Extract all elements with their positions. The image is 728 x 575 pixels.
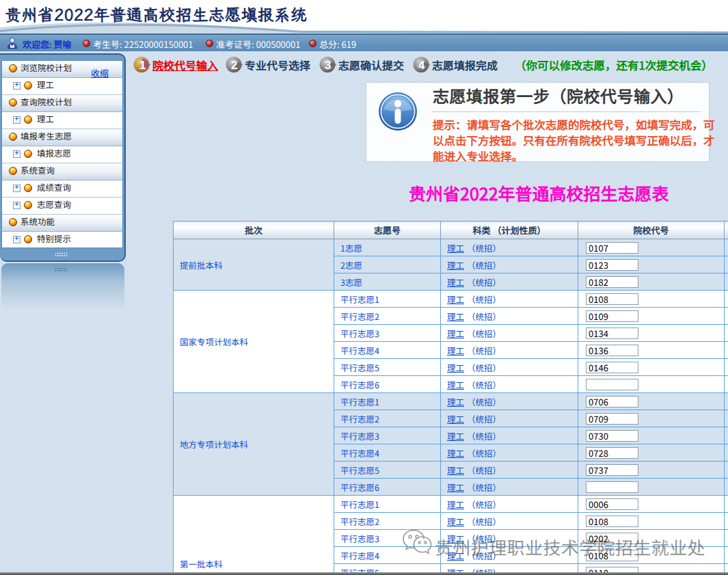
svg-text:1: 1: [139, 59, 146, 72]
svg-text:2: 2: [231, 59, 237, 72]
svg-text:4: 4: [418, 59, 425, 72]
svg-text:3: 3: [325, 59, 331, 72]
